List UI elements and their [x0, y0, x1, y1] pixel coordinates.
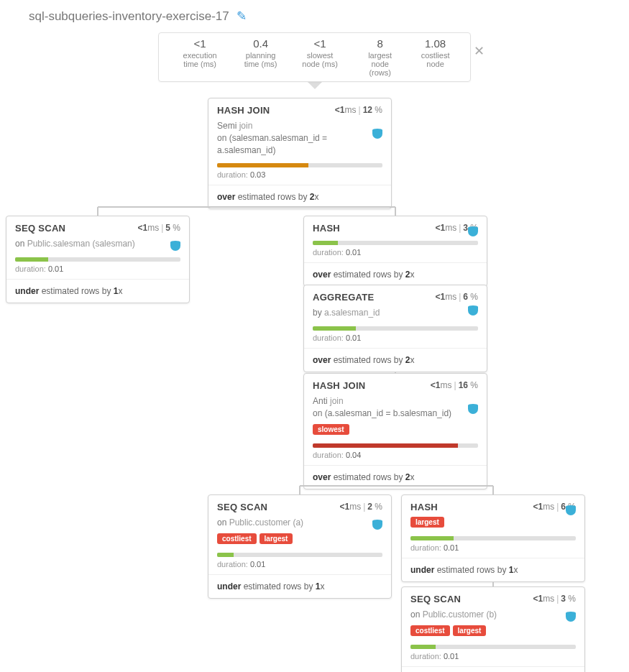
duration-label: duration: 0.01	[402, 542, 584, 558]
node-title: HASH JOIN	[313, 380, 366, 391]
close-icon[interactable]: ✕	[474, 43, 485, 59]
node-header: SEQ SCAN<1ms|2 %	[208, 495, 391, 517]
database-icon[interactable]	[170, 241, 180, 252]
node-description: Anti joinon (a.salesman_id = b.salesman_…	[304, 395, 487, 424]
connector	[492, 582, 494, 586]
plan-tree: HASH JOIN<1ms|12 %Semi joinon (salesman.…	[0, 89, 629, 672]
estimate-row: over estimated rows by 2x	[208, 185, 391, 208]
duration-label: duration: 0.01	[304, 247, 487, 263]
node-title: HASH	[410, 502, 438, 512]
node-meta: <1ms|12 %	[335, 105, 382, 116]
estimate-row: under estimated rows by 1x	[402, 667, 584, 672]
node-title: SEQ SCAN	[15, 223, 65, 234]
database-icon[interactable]	[566, 505, 576, 517]
connector	[395, 485, 493, 487]
node-header: HASH<1ms|3 %	[304, 216, 487, 238]
database-icon[interactable]	[468, 226, 478, 238]
badge-largest: largest	[453, 625, 487, 636]
database-icon[interactable]	[372, 129, 382, 140]
connector	[299, 486, 300, 494]
badge-costliest: costliest	[217, 533, 257, 544]
node-title: SEQ SCAN	[410, 594, 461, 604]
badge-largest: largest	[410, 517, 444, 528]
badges: costliestlargest	[208, 533, 391, 550]
badge-slowest: slowest	[313, 424, 349, 435]
estimate-row: under estimated rows by 1x	[6, 280, 189, 303]
connector	[300, 485, 395, 487]
duration-bar	[304, 323, 487, 332]
plan-node-n4[interactable]: HASH JOIN<1ms|16 %Anti joinon (a.salesma…	[303, 373, 487, 489]
badges: costliestlargest	[402, 625, 584, 642]
node-description: on Public.customer (a)	[208, 517, 391, 533]
stat-costliest-node: 1.08 costliest node	[410, 37, 460, 77]
plan-node-n1[interactable]: SEQ SCAN<1ms|5 %on Public.salesman (sale…	[6, 216, 190, 303]
badge-costliest: costliest	[410, 625, 450, 636]
node-description: Semi joinon (salesman.salesman_id = a.sa…	[208, 120, 391, 160]
node-description: by a.salesman_id	[304, 307, 487, 323]
plan-node-n7[interactable]: SEQ SCAN<1ms|3 %on Public.customer (b)co…	[401, 586, 585, 672]
duration-label: duration: 0.01	[208, 558, 391, 575]
duration-bar	[402, 533, 584, 542]
stat-largest-node: 8 largest node (rows)	[349, 37, 410, 77]
duration-label: duration: 0.03	[208, 169, 391, 185]
node-meta: <1ms|5 %	[137, 223, 180, 234]
duration-label: duration: 0.01	[304, 332, 487, 349]
connector	[98, 206, 300, 208]
node-header: HASH<1ms|6 %	[402, 495, 584, 517]
database-icon[interactable]	[468, 404, 478, 415]
badge-largest: largest	[260, 533, 293, 544]
node-header: SEQ SCAN<1ms|5 %	[6, 216, 189, 238]
plan-node-n3[interactable]: AGGREGATE<1ms|6 %by a.salesman_idduratio…	[303, 285, 487, 372]
plan-node-n0[interactable]: HASH JOIN<1ms|12 %Semi joinon (salesman.…	[208, 98, 392, 209]
connector	[97, 207, 98, 216]
page-title-bar: sql-subqueries-inventory-exercise-17 ✎	[0, 0, 629, 29]
stat-execution-time: <1 execution time (ms)	[169, 37, 231, 77]
duration-label: duration: 0.01	[6, 263, 189, 280]
node-description: on Public.salesman (salesman)	[6, 238, 189, 254]
plan-node-n2[interactable]: HASH<1ms|3 %duration: 0.01over estimated…	[303, 216, 487, 287]
node-title: AGGREGATE	[313, 292, 375, 303]
badges: slowest	[304, 424, 487, 441]
duration-bar	[304, 238, 487, 247]
node-header: AGGREGATE<1ms|6 %	[304, 285, 487, 307]
connector	[492, 486, 494, 494]
duration-label: duration: 0.04	[304, 449, 487, 466]
database-icon[interactable]	[566, 612, 576, 623]
node-meta: <1ms|2 %	[339, 502, 382, 512]
estimate-row: over estimated rows by 2x	[304, 349, 487, 372]
connector	[395, 372, 396, 373]
node-description: on Public.customer (b)	[402, 609, 584, 625]
stat-slowest-node: <1 slowest node (ms)	[290, 37, 349, 77]
duration-bar	[208, 160, 391, 169]
node-meta: <1ms|16 %	[431, 380, 478, 391]
node-meta: <1ms|6 %	[435, 292, 478, 303]
node-title: SEQ SCAN	[217, 502, 267, 512]
plan-node-n6[interactable]: HASH<1ms|6 %largestduration: 0.01under e…	[401, 494, 585, 582]
duration-label: duration: 0.01	[402, 650, 584, 667]
stat-planning-time: 0.4 planning time (ms)	[231, 37, 290, 77]
duration-bar	[304, 441, 487, 449]
duration-bar	[6, 254, 189, 263]
badges: largest	[402, 517, 584, 533]
node-header: HASH JOIN<1ms|12 %	[208, 98, 391, 120]
edit-icon[interactable]: ✎	[237, 9, 247, 23]
database-icon[interactable]	[372, 520, 382, 531]
node-header: SEQ SCAN<1ms|3 %	[402, 587, 584, 609]
node-meta: <1ms|3 %	[533, 594, 576, 604]
duration-bar	[402, 642, 584, 650]
connector	[395, 207, 396, 216]
node-header: HASH JOIN<1ms|16 %	[304, 374, 487, 395]
duration-bar	[208, 550, 391, 558]
estimate-row: under estimated rows by 1x	[402, 558, 584, 581]
estimate-row: over estimated rows by 2x	[304, 263, 487, 286]
database-icon[interactable]	[468, 305, 478, 317]
connector	[300, 206, 395, 208]
node-title: HASH	[313, 223, 340, 234]
plan-node-n5[interactable]: SEQ SCAN<1ms|2 %on Public.customer (a)co…	[208, 494, 392, 599]
plan-title: sql-subqueries-inventory-exercise-17	[29, 9, 229, 23]
stats-panel: <1 execution time (ms) 0.4 planning time…	[158, 32, 471, 82]
pointer-icon	[308, 82, 322, 89]
node-title: HASH JOIN	[217, 105, 270, 116]
estimate-row: under estimated rows by 1x	[208, 575, 391, 598]
